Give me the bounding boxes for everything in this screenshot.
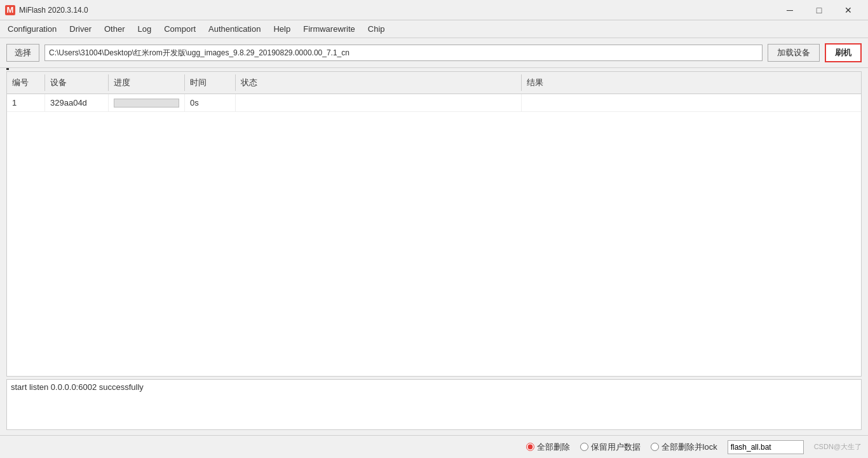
title-bar: M MiFlash 2020.3.14.0 ─ □ ✕ [0, 0, 868, 20]
radio-group-keep: 保留用户数据 [580, 441, 641, 453]
menu-item-authentication[interactable]: Authentication [202, 20, 267, 38]
radio-keep[interactable] [580, 443, 588, 451]
radio-label-lock: 全部删除并lock [661, 441, 717, 453]
minimize-button[interactable]: ─ [775, 0, 804, 20]
radio-label-keep: 保留用户数据 [591, 441, 641, 453]
column-header-设备: 设备 [45, 74, 109, 91]
cell-result [522, 94, 861, 111]
log-area: start listen 0.0.0.0:6002 successfully [6, 379, 862, 430]
load-device-button[interactable]: 加载设备 [768, 44, 820, 62]
progress-cursor [6, 68, 9, 70]
radio-all[interactable] [526, 443, 534, 451]
column-header-时间: 时间 [185, 74, 236, 91]
maximize-button[interactable]: □ [804, 0, 834, 20]
title-bar-text: MiFlash 2020.3.14.0 [19, 6, 775, 15]
radio-label-all: 全部删除 [537, 441, 570, 453]
menu-item-log[interactable]: Log [132, 20, 158, 38]
table-body: 1329aa04d0s [7, 94, 861, 376]
menu-item-comport[interactable]: Comport [158, 20, 202, 38]
toolbar: 选择 加载设备 刷机 [0, 38, 868, 68]
cell-time: 0s [185, 94, 236, 111]
watermark: CSDN@大生了 [814, 442, 862, 452]
cell-progress [109, 94, 185, 111]
flash-button[interactable]: 刷机 [825, 43, 862, 62]
bottom-bar: 全部删除保留用户数据全部删除并lock CSDN@大生了 [0, 435, 868, 458]
menu-item-other[interactable]: Other [98, 20, 132, 38]
menu-item-help[interactable]: Help [267, 20, 297, 38]
device-table: 编号设备进度时间状态结果 1329aa04d0s [6, 71, 862, 377]
menu-item-firmwarewrite[interactable]: Firmwarewrite [297, 20, 362, 38]
table-row: 1329aa04d0s [7, 94, 861, 112]
close-button[interactable]: ✕ [834, 0, 863, 20]
log-content: start listen 0.0.0.0:6002 successfully [11, 382, 144, 392]
title-bar-controls: ─ □ ✕ [775, 0, 863, 20]
flash-script-input[interactable] [728, 440, 804, 454]
table-header: 编号设备进度时间状态结果 [7, 72, 861, 94]
menu-bar: ConfigurationDriverOtherLogComportAuthen… [0, 20, 868, 38]
radio-lock[interactable] [651, 443, 659, 451]
app-icon: M [5, 5, 15, 15]
path-input[interactable] [44, 45, 763, 61]
radio-group-lock: 全部删除并lock [651, 441, 717, 453]
menu-item-driver[interactable]: Driver [63, 20, 98, 38]
cell-id: 1 [7, 94, 45, 111]
cell-status [236, 94, 522, 111]
radio-group-all: 全部删除 [526, 441, 570, 453]
menu-item-configuration[interactable]: Configuration [1, 20, 63, 38]
select-button[interactable]: 选择 [6, 44, 39, 62]
menu-item-chip[interactable]: Chip [362, 20, 391, 38]
column-header-编号: 编号 [7, 74, 45, 91]
progress-indicator-line [6, 68, 862, 70]
column-header-进度: 进度 [109, 74, 185, 91]
cell-device: 329aa04d [45, 94, 109, 111]
column-header-结果: 结果 [522, 74, 861, 91]
column-header-状态: 状态 [236, 74, 522, 91]
